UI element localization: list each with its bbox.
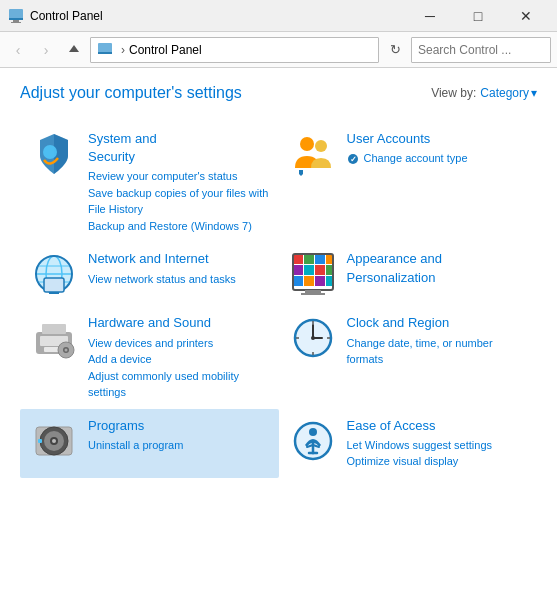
view-by-arrow-icon: ▾ [531,86,537,100]
ease-of-access-link-1[interactable]: Optimize visual display [347,453,493,470]
svg-rect-3 [11,22,21,23]
search-input[interactable] [418,43,557,57]
clock-region-links: Change date, time, or number formats [347,335,528,368]
clock-region-title[interactable]: Clock and Region [347,314,528,332]
programs-icon [30,417,78,465]
up-button[interactable] [62,38,86,62]
ease-of-access-title[interactable]: Ease of Access [347,417,493,435]
window-controls: ─ □ ✕ [407,0,549,32]
svg-rect-37 [42,324,66,334]
user-accounts-text: User Accounts ✓ Change account type [347,130,468,167]
svg-rect-20 [293,254,303,264]
svg-point-41 [65,349,68,352]
hardware-sound-title[interactable]: Hardware and Sound [88,314,269,332]
programs-text: Programs Uninstall a program [88,417,183,454]
clock-region-text: Clock and Region Change date, time, or n… [347,314,528,367]
user-accounts-title[interactable]: User Accounts [347,130,468,148]
network-internet-links: View network status and tasks [88,271,236,288]
svg-rect-19 [49,292,59,294]
system-security-link-0[interactable]: Review your computer's status [88,168,269,185]
hardware-sound-link-1[interactable]: Add a device [88,351,269,368]
breadcrumb-bar[interactable]: › Control Panel [90,37,379,63]
hardware-sound-link-2[interactable]: Adjust commonly used mobility settings [88,368,269,401]
svg-marker-4 [69,45,79,52]
hardware-sound-icon [30,314,78,362]
appearance-title[interactable]: Appearance and Personalization [347,250,528,286]
svg-rect-24 [293,265,303,275]
system-security-text: System andSecurity Review your computer'… [88,130,269,234]
category-network-internet: Network and Internet View network status… [20,242,279,306]
maximize-button[interactable]: □ [455,0,501,32]
user-accounts-icon [289,130,337,178]
svg-point-8 [300,137,314,151]
clock-region-link-0[interactable]: Change date, time, or number formats [347,335,528,368]
breadcrumb-current: Control Panel [129,43,202,57]
breadcrumb-separator: › [121,43,125,57]
system-security-icon [30,130,78,178]
category-system-security: System andSecurity Review your computer'… [20,122,279,242]
hardware-sound-links: View devices and printers Add a device A… [88,335,269,401]
svg-rect-25 [304,265,314,275]
main-content: Adjust your computer's settings View by:… [0,68,557,589]
svg-rect-33 [305,290,321,293]
network-internet-icon [30,250,78,298]
category-programs: Programs Uninstall a program [20,409,279,478]
network-internet-link-0[interactable]: View network status and tasks [88,271,236,288]
appearance-text: Appearance and Personalization [347,250,528,286]
ease-of-access-text: Ease of Access Let Windows suggest setti… [347,417,493,470]
content-header: Adjust your computer's settings View by:… [20,84,537,102]
svg-rect-2 [13,20,19,22]
svg-point-9 [315,140,327,152]
minimize-button[interactable]: ─ [407,0,453,32]
svg-rect-31 [326,276,333,286]
close-button[interactable]: ✕ [503,0,549,32]
svg-rect-29 [304,276,314,286]
window-title: Control Panel [30,9,407,23]
ease-of-access-link-0[interactable]: Let Windows suggest settings [347,437,493,454]
address-bar: ‹ › › Control Panel ↻ 🔍 [0,32,557,68]
view-by-label: View by: [431,86,476,100]
category-user-accounts: User Accounts ✓ Change account type [279,122,538,242]
programs-title[interactable]: Programs [88,417,183,435]
breadcrumb-icon [97,42,113,58]
programs-links: Uninstall a program [88,437,183,454]
window-icon [8,8,24,24]
search-box[interactable]: 🔍 [411,37,551,63]
svg-point-57 [309,428,317,436]
back-button[interactable]: ‹ [6,38,30,62]
page-title: Adjust your computer's settings [20,84,242,102]
system-security-link-1[interactable]: Save backup copies of your files with Fi… [88,185,269,218]
system-security-link-2[interactable]: Backup and Restore (Windows 7) [88,218,269,235]
categories-grid: System andSecurity Review your computer'… [20,122,537,478]
svg-rect-34 [301,293,325,295]
refresh-button[interactable]: ↻ [383,38,407,62]
title-bar: Control Panel ─ □ ✕ [0,0,557,32]
ease-of-access-links: Let Windows suggest settings Optimize vi… [347,437,493,470]
user-accounts-links: ✓ Change account type [347,150,468,167]
appearance-icon [289,250,337,298]
category-clock-region: Clock and Region Change date, time, or n… [279,306,538,408]
system-security-title[interactable]: System andSecurity [88,130,269,166]
hardware-sound-link-0[interactable]: View devices and printers [88,335,269,352]
svg-rect-26 [315,265,325,275]
category-ease-of-access: Ease of Access Let Windows suggest setti… [279,409,538,478]
svg-point-7 [43,145,57,159]
view-by-dropdown[interactable]: Category ▾ [480,86,537,100]
programs-link-0[interactable]: Uninstall a program [88,437,183,454]
network-internet-text: Network and Internet View network status… [88,250,236,287]
forward-button[interactable]: › [34,38,58,62]
svg-rect-28 [293,276,303,286]
svg-point-54 [52,439,56,443]
system-security-links: Review your computer's status Save backu… [88,168,269,234]
view-by-value-text: Category [480,86,529,100]
svg-rect-55 [38,439,42,443]
svg-rect-27 [326,265,333,275]
view-by-control: View by: Category ▾ [431,86,537,100]
svg-rect-30 [315,276,325,286]
category-appearance: Appearance and Personalization [279,242,538,306]
svg-rect-21 [304,254,314,264]
network-internet-title[interactable]: Network and Internet [88,250,236,268]
user-accounts-link-0[interactable]: ✓ Change account type [347,150,468,167]
svg-point-45 [311,336,315,340]
svg-rect-1 [9,18,23,20]
